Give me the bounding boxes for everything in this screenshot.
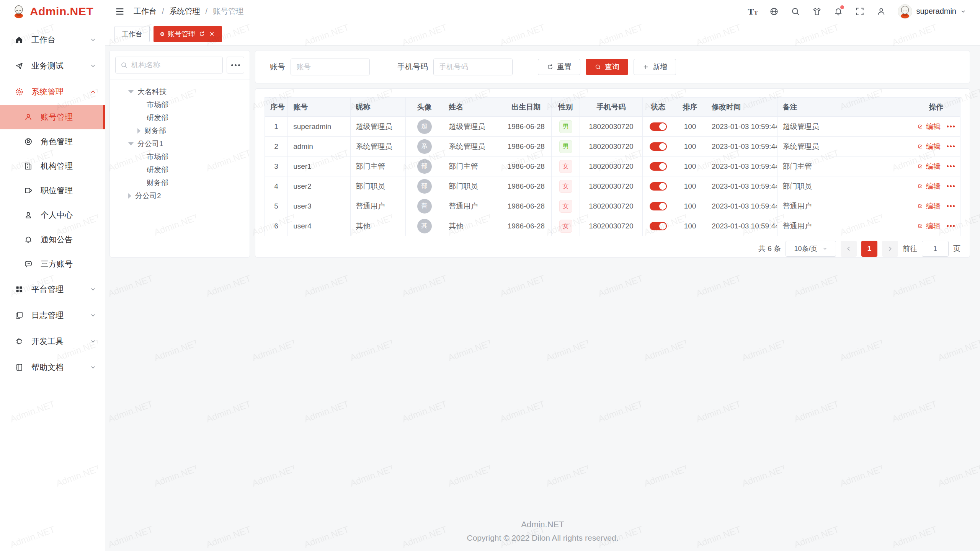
sidebar-item-help-docs[interactable]: 帮助文档 xyxy=(0,354,105,380)
caret-down-icon[interactable] xyxy=(128,142,134,145)
query-button[interactable]: 查询 xyxy=(586,59,628,75)
language-icon[interactable] xyxy=(769,7,779,16)
sidebar-item-log-management[interactable]: 日志管理 xyxy=(0,302,105,328)
edit-icon[interactable] xyxy=(918,202,923,210)
theme-shirt-icon[interactable] xyxy=(812,7,822,16)
status-toggle[interactable] xyxy=(650,142,667,151)
sidebar-item-system-management[interactable]: 系统管理 xyxy=(0,79,105,105)
next-page-button[interactable] xyxy=(882,241,898,257)
sidebar-item-account-management[interactable]: 账号管理 xyxy=(0,105,105,129)
edit-button[interactable]: 编辑 xyxy=(926,221,941,231)
active-dot-icon xyxy=(160,32,164,36)
bell-icon xyxy=(24,235,33,244)
tree-node[interactable]: 财务部 xyxy=(115,124,244,137)
status-toggle[interactable] xyxy=(650,122,667,131)
prev-page-button[interactable] xyxy=(841,241,857,257)
chevron-up-icon xyxy=(90,88,96,95)
phone-filter-input[interactable] xyxy=(433,59,513,75)
status-toggle[interactable] xyxy=(650,182,667,191)
more-actions-icon[interactable] xyxy=(947,145,955,147)
tree-node[interactable]: 研发部 xyxy=(115,163,244,176)
tree-more-button[interactable] xyxy=(227,57,244,73)
tab-workbench[interactable]: 工作台 xyxy=(114,26,150,42)
add-button[interactable]: 新增 xyxy=(634,59,676,75)
tree-node[interactable]: 大名科技 xyxy=(115,85,244,98)
org-search-input[interactable] xyxy=(131,61,218,69)
cell-index: 1 xyxy=(265,117,288,137)
profile-icon[interactable] xyxy=(876,7,886,16)
sidebar-item-role-management[interactable]: 角色管理 xyxy=(0,129,105,154)
sidebar-item-business-test[interactable]: 业务测试 xyxy=(0,53,105,79)
tab-account-management[interactable]: 账号管理 xyxy=(154,26,222,42)
close-icon[interactable] xyxy=(209,31,215,37)
user-table-panel: 序号 账号 昵称 头像 姓名 出生日期 性别 手机号码 状态 排序 修改时间 xyxy=(255,88,970,258)
cell-index: 5 xyxy=(265,196,288,216)
tree-node-label: 财务部 xyxy=(144,126,166,136)
more-actions-icon[interactable] xyxy=(947,126,955,127)
edit-button[interactable]: 编辑 xyxy=(926,201,941,211)
tree-node[interactable]: 研发部 xyxy=(115,111,244,124)
more-actions-icon[interactable] xyxy=(947,165,955,167)
edit-button[interactable]: 编辑 xyxy=(926,161,941,171)
sidebar-item-dev-tools[interactable]: 开发工具 xyxy=(0,328,105,354)
tree-node[interactable]: 分公司1 xyxy=(115,137,244,150)
fullscreen-icon[interactable] xyxy=(855,7,865,16)
goto-page-input[interactable] xyxy=(922,241,949,257)
edit-button[interactable]: 编辑 xyxy=(926,181,941,191)
cell-birthday: 1986-06-28 xyxy=(501,216,551,236)
sidebar-item-workbench[interactable]: 工作台 xyxy=(0,27,105,53)
status-toggle[interactable] xyxy=(650,222,667,230)
sidebar-item-personal-center[interactable]: 个人中心 xyxy=(0,203,105,227)
cell-birthday: 1986-06-28 xyxy=(501,117,551,137)
cell-remark: 超级管理员 xyxy=(777,117,912,137)
breadcrumb-item-system[interactable]: 系统管理 xyxy=(170,6,200,16)
edit-button[interactable]: 编辑 xyxy=(926,122,941,132)
edit-icon[interactable] xyxy=(918,143,923,150)
row-avatar: 普 xyxy=(417,199,432,214)
refresh-icon[interactable] xyxy=(199,31,205,37)
caret-right-icon[interactable] xyxy=(128,193,131,199)
tree-node-label: 分公司1 xyxy=(137,139,163,149)
notification-bell-icon[interactable] xyxy=(833,7,843,16)
status-toggle[interactable] xyxy=(650,162,667,171)
more-actions-icon[interactable] xyxy=(947,205,955,207)
page-size-select[interactable]: 10条/页 xyxy=(786,241,836,257)
breadcrumb-item-workbench[interactable]: 工作台 xyxy=(134,6,157,16)
notification-badge xyxy=(840,5,844,9)
edit-icon[interactable] xyxy=(918,183,923,190)
tree-node[interactable]: 财务部 xyxy=(115,176,244,189)
cell-name: 部门职员 xyxy=(443,176,501,196)
sidebar-item-org-management[interactable]: 机构管理 xyxy=(0,154,105,178)
tree-node-label: 市场部 xyxy=(147,100,168,110)
user-menu[interactable]: superadmin xyxy=(898,4,966,19)
sidebar-item-position-management[interactable]: 职位管理 xyxy=(0,178,105,203)
caret-down-icon[interactable] xyxy=(128,90,134,93)
search-icon[interactable] xyxy=(791,7,800,16)
chat-icon xyxy=(24,259,33,269)
cell-name: 超级管理员 xyxy=(443,117,501,137)
more-actions-icon[interactable] xyxy=(947,225,955,227)
tree-node[interactable]: 市场部 xyxy=(115,150,244,163)
edit-icon[interactable] xyxy=(918,163,923,170)
font-size-icon[interactable]: TT xyxy=(748,7,758,16)
sidebar-item-platform-management[interactable]: 平台管理 xyxy=(0,276,105,302)
tree-node[interactable]: 市场部 xyxy=(115,98,244,111)
plus-icon xyxy=(642,64,649,70)
more-actions-icon[interactable] xyxy=(947,185,955,187)
current-page-button[interactable]: 1 xyxy=(861,241,877,257)
menu-fold-icon[interactable] xyxy=(114,6,125,17)
edit-button[interactable]: 编辑 xyxy=(926,142,941,152)
chevron-left-icon xyxy=(846,246,852,252)
tree-node[interactable]: 分公司2 xyxy=(115,189,244,202)
gender-badge: 女 xyxy=(559,200,572,213)
caret-right-icon[interactable] xyxy=(137,128,140,134)
account-filter-input[interactable] xyxy=(291,59,370,75)
table-header-row: 序号 账号 昵称 头像 姓名 出生日期 性别 手机号码 状态 排序 修改时间 xyxy=(265,98,960,117)
reset-button[interactable]: 重置 xyxy=(538,59,580,75)
sidebar-item-third-party-account[interactable]: 三方账号 xyxy=(0,252,105,276)
pagination: 共 6 条 10条/页 1 前往 页 xyxy=(265,241,960,257)
edit-icon[interactable] xyxy=(918,222,923,230)
edit-icon[interactable] xyxy=(918,123,923,130)
sidebar-item-notice[interactable]: 通知公告 xyxy=(0,227,105,252)
status-toggle[interactable] xyxy=(650,202,667,210)
